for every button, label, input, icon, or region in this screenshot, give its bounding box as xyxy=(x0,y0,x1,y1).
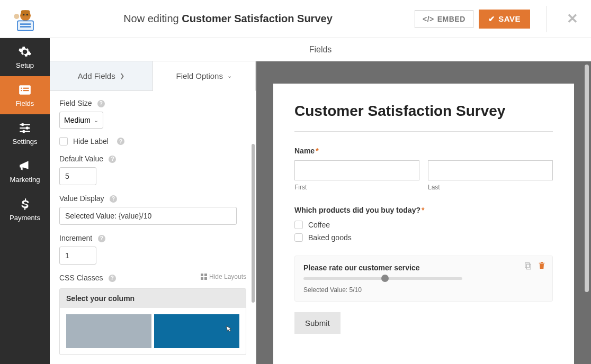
help-icon[interactable]: ? xyxy=(117,138,124,145)
last-name-input[interactable] xyxy=(428,160,553,180)
grid-icon xyxy=(201,274,207,280)
svg-rect-12 xyxy=(23,90,29,91)
topbar: Now editing Customer Satisfaction Survey… xyxy=(0,0,591,38)
submit-button[interactable]: Submit xyxy=(294,312,341,334)
options-panel: Add Fields ❯ Field Options ⌄ Field Size … xyxy=(50,61,256,364)
slider-field[interactable]: Please rate our customer service Selecte… xyxy=(294,256,553,302)
products-label: Which products did you buy today?* xyxy=(294,206,553,214)
layout-header: Select your column xyxy=(60,289,246,308)
slider-value-display: Selected Value: 5/10 xyxy=(303,286,544,294)
product-checkbox[interactable] xyxy=(294,233,303,242)
increment-input[interactable] xyxy=(59,247,96,265)
slider-track[interactable] xyxy=(303,277,462,280)
svg-rect-19 xyxy=(201,274,203,276)
sidebar-item-label: Payments xyxy=(10,214,40,222)
sidebar-item-payments[interactable]: Payments xyxy=(0,190,50,229)
section-header: Fields xyxy=(50,38,591,61)
code-icon: </> xyxy=(423,15,434,23)
svg-rect-5 xyxy=(20,23,31,25)
name-label: Name* xyxy=(294,147,553,155)
svg-rect-6 xyxy=(20,26,31,28)
cursor-icon xyxy=(223,324,233,336)
field-size-label: Field Size xyxy=(59,99,92,107)
svg-rect-9 xyxy=(21,88,22,89)
help-icon[interactable]: ? xyxy=(109,275,116,282)
first-sublabel: First xyxy=(294,184,419,191)
save-button[interactable]: ✔ SAVE xyxy=(479,10,530,29)
svg-point-16 xyxy=(26,126,29,129)
default-value-label: Default Value xyxy=(59,154,103,163)
tab-field-options[interactable]: Field Options ⌄ xyxy=(153,61,256,91)
svg-rect-4 xyxy=(17,21,33,30)
sidebar-item-marketing[interactable]: Marketing xyxy=(0,152,50,190)
svg-point-3 xyxy=(26,14,28,15)
check-icon: ✔ xyxy=(488,14,496,24)
svg-point-18 xyxy=(22,130,25,133)
sliders-icon xyxy=(18,121,32,135)
trash-icon[interactable] xyxy=(538,261,546,270)
sidebar-item-label: Marketing xyxy=(10,176,40,184)
embed-button[interactable]: </> EMBED xyxy=(415,10,473,28)
scrollbar[interactable] xyxy=(585,65,589,364)
svg-point-2 xyxy=(23,14,24,15)
slider-thumb[interactable] xyxy=(381,275,389,282)
hide-label-text: Hide Label xyxy=(73,137,109,145)
default-value-input[interactable] xyxy=(59,167,96,185)
field-size-select[interactable]: Medium ⌄ xyxy=(59,112,103,129)
increment-label: Increment xyxy=(59,234,92,242)
sidebar-item-fields[interactable]: Fields xyxy=(0,76,50,114)
first-name-input[interactable] xyxy=(294,160,419,180)
sidebar-item-setup[interactable]: Setup xyxy=(0,38,50,76)
help-icon[interactable]: ? xyxy=(109,156,116,163)
scrollbar[interactable] xyxy=(252,144,255,303)
megaphone-icon xyxy=(18,159,32,173)
value-display-input[interactable] xyxy=(59,207,237,225)
svg-rect-24 xyxy=(526,265,531,269)
page-title: Now editing Customer Satisfaction Survey xyxy=(41,13,415,25)
product-option-label: Baked goods xyxy=(308,233,352,242)
help-icon[interactable]: ? xyxy=(110,195,117,203)
svg-rect-22 xyxy=(204,277,207,280)
top-actions: </> EMBED ✔ SAVE ✕ xyxy=(415,6,581,32)
css-classes-label: CSS Classes xyxy=(59,274,103,282)
list-icon xyxy=(18,83,32,97)
svg-point-7 xyxy=(14,14,19,19)
close-icon[interactable]: ✕ xyxy=(567,11,581,27)
chevron-right-icon: ❯ xyxy=(120,72,124,79)
help-icon[interactable]: ? xyxy=(98,235,105,242)
dollar-icon xyxy=(18,197,32,211)
slider-label: Please rate our customer service xyxy=(303,263,544,272)
layout-option-1[interactable] xyxy=(66,314,151,348)
divider xyxy=(546,6,547,32)
product-checkbox[interactable] xyxy=(294,221,303,229)
svg-rect-11 xyxy=(21,90,22,91)
divider xyxy=(294,131,553,132)
duplicate-icon[interactable] xyxy=(524,261,532,270)
sidebar-item-settings[interactable]: Settings xyxy=(0,114,50,152)
sidebar-item-label: Settings xyxy=(13,138,38,145)
form-preview: Customer Satisfaction Survey Name* First… xyxy=(256,61,591,364)
svg-rect-1 xyxy=(21,10,30,16)
layout-option-2[interactable] xyxy=(154,314,239,348)
chevron-down-icon: ⌄ xyxy=(94,117,98,124)
sidebar-item-label: Setup xyxy=(16,61,34,69)
svg-rect-23 xyxy=(525,263,530,268)
app-logo[interactable] xyxy=(10,6,41,32)
svg-rect-10 xyxy=(23,88,29,89)
product-option-label: Coffee xyxy=(308,221,330,229)
sidebar: Setup Fields Settings Marketing Payments xyxy=(0,38,50,364)
svg-rect-21 xyxy=(201,277,203,280)
hide-layouts-toggle[interactable]: Hide Layouts xyxy=(201,273,246,280)
tab-add-fields[interactable]: Add Fields ❯ xyxy=(50,61,153,91)
svg-rect-20 xyxy=(204,274,207,276)
last-sublabel: Last xyxy=(428,184,553,191)
sidebar-item-label: Fields xyxy=(16,99,34,107)
gear-icon xyxy=(18,45,32,59)
help-icon[interactable]: ? xyxy=(97,100,105,107)
value-display-label: Value Display xyxy=(59,194,104,203)
form-title: Customer Satisfaction Survey xyxy=(294,103,553,120)
svg-point-14 xyxy=(21,123,24,126)
hide-label-checkbox[interactable] xyxy=(59,137,68,145)
chevron-down-icon: ⌄ xyxy=(227,72,232,79)
